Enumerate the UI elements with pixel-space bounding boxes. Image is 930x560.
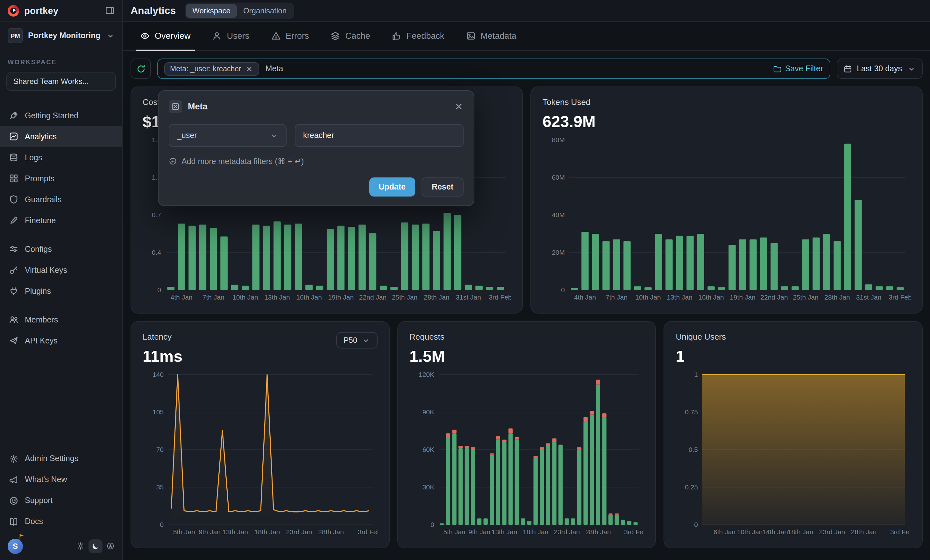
svg-text:10th Jan: 10th Jan bbox=[232, 293, 258, 301]
close-icon[interactable] bbox=[245, 64, 253, 73]
sidebar-item-label: Guardrails bbox=[25, 195, 62, 204]
light-theme-icon[interactable] bbox=[76, 542, 85, 550]
sidebar-item-getting-started[interactable]: Getting Started bbox=[0, 105, 122, 126]
svg-text:16th Jan: 16th Jan bbox=[296, 293, 322, 301]
sidebar-collapse-icon[interactable] bbox=[105, 6, 115, 15]
sidebar-item-logs[interactable]: Logs bbox=[0, 147, 122, 168]
tab-feedback[interactable]: Feedback bbox=[381, 21, 455, 50]
svg-text:13th Jan: 13th Jan bbox=[667, 293, 693, 301]
percentile-select[interactable]: P50 bbox=[336, 332, 377, 348]
tab-label: Cache bbox=[345, 31, 370, 41]
tab-cache[interactable]: Cache bbox=[320, 21, 381, 50]
chevron-down-icon bbox=[270, 131, 278, 140]
svg-text:9th Jan: 9th Jan bbox=[468, 528, 490, 535]
sidebar-item-label: Getting Started bbox=[25, 111, 79, 120]
svg-text:16th Jan: 16th Jan bbox=[698, 293, 724, 301]
avatar[interactable]: S bbox=[8, 539, 23, 554]
workspace-selector[interactable]: Shared Team Works... bbox=[6, 72, 116, 91]
main-area: Analytics Workspace Organisation Overvie… bbox=[123, 0, 930, 560]
save-filter-label: Save Filter bbox=[785, 64, 823, 73]
workspace-section-label: WORKSPACE bbox=[0, 48, 122, 71]
svg-text:25th Jan: 25th Jan bbox=[392, 293, 418, 301]
svg-text:0: 0 bbox=[160, 521, 164, 528]
tab-label: Metadata bbox=[480, 31, 516, 41]
update-button[interactable]: Update bbox=[369, 178, 415, 196]
org-selector[interactable]: PM Portkey Monitoring bbox=[0, 21, 122, 48]
meta-key-value: _user bbox=[177, 131, 197, 140]
svg-text:60K: 60K bbox=[422, 446, 434, 453]
scope-workspace[interactable]: Workspace bbox=[186, 3, 237, 17]
rocket-icon bbox=[9, 110, 18, 120]
sidebar-item-configs[interactable]: Configs bbox=[0, 238, 122, 259]
tab-overview[interactable]: Overview bbox=[129, 21, 202, 50]
sidebar-bottom-bar: S bbox=[0, 532, 122, 560]
save-filter-button[interactable]: Save Filter bbox=[773, 64, 823, 73]
svg-text:60M: 60M bbox=[552, 173, 565, 181]
svg-text:90K: 90K bbox=[422, 408, 434, 416]
auto-theme-icon[interactable] bbox=[106, 542, 115, 550]
meta-filter-chip[interactable]: Meta: _user: kreacher bbox=[164, 62, 259, 75]
dark-theme-icon[interactable] bbox=[89, 539, 103, 553]
svg-text:0.25: 0.25 bbox=[685, 483, 698, 491]
svg-text:23rd Jan: 23rd Jan bbox=[286, 528, 312, 535]
layers-icon bbox=[331, 31, 340, 41]
app-window: portkey PM Portkey Monitoring WORKSPACE … bbox=[0, 0, 930, 560]
sidebar-nav: Getting Started Analytics Logs Prompts G… bbox=[0, 105, 122, 351]
card-value: 1.5M bbox=[410, 347, 644, 366]
scope-organisation[interactable]: Organisation bbox=[237, 3, 293, 17]
close-icon[interactable] bbox=[454, 102, 463, 111]
book-icon bbox=[9, 517, 18, 526]
sidebar-item-finetune[interactable]: Finetune bbox=[0, 210, 122, 231]
sidebar-item-admin-settings[interactable]: Admin Settings bbox=[0, 448, 122, 469]
sidebar-item-label: Support bbox=[25, 496, 53, 505]
tab-metadata[interactable]: Metadata bbox=[455, 21, 527, 50]
calendar-icon bbox=[844, 64, 851, 73]
sidebar-item-analytics[interactable]: Analytics bbox=[0, 126, 122, 147]
person-icon bbox=[212, 31, 222, 41]
svg-text:13th Jan: 13th Jan bbox=[491, 528, 517, 535]
sidebar-item-guardrails[interactable]: Guardrails bbox=[0, 189, 122, 210]
sidebar-item-support[interactable]: Support bbox=[0, 490, 122, 511]
sidebar-item-members[interactable]: Members bbox=[0, 309, 122, 330]
tab-label: Users bbox=[227, 31, 249, 41]
reset-button[interactable]: Reset bbox=[422, 178, 463, 196]
svg-text:3rd Feb: 3rd Feb bbox=[890, 528, 910, 535]
svg-text:1: 1 bbox=[694, 371, 698, 378]
sidebar-header: portkey bbox=[0, 0, 122, 21]
date-range-select[interactable]: Last 30 days bbox=[836, 58, 922, 79]
refresh-button[interactable] bbox=[131, 58, 151, 79]
meta-filter-modal: Meta _user Add more metadata filters (⌘ … bbox=[158, 90, 474, 206]
shield-icon bbox=[9, 195, 18, 204]
sidebar-footer-nav: Admin Settings What's New Support Docs bbox=[0, 448, 122, 532]
meta-value-input[interactable] bbox=[295, 124, 463, 147]
analytics-icon bbox=[9, 132, 18, 141]
org-badge: PM bbox=[8, 28, 23, 43]
card-value: 1 bbox=[676, 347, 911, 366]
svg-text:0: 0 bbox=[430, 521, 434, 528]
svg-text:19th Jan: 19th Jan bbox=[328, 293, 354, 301]
filter-input-bar[interactable]: Meta: _user: kreacher Meta Save Filter bbox=[157, 58, 830, 79]
sidebar-item-label: Virtual Keys bbox=[25, 265, 67, 275]
svg-text:10th Jan: 10th Jan bbox=[635, 293, 661, 301]
tab-errors[interactable]: Errors bbox=[260, 21, 320, 50]
sidebar-item-api-keys[interactable]: API Keys bbox=[0, 330, 122, 351]
svg-text:13th Jan: 13th Jan bbox=[222, 528, 248, 535]
svg-text:22nd Jan: 22nd Jan bbox=[359, 293, 386, 301]
tab-users[interactable]: Users bbox=[202, 21, 260, 50]
meta-key-select[interactable]: _user bbox=[169, 124, 286, 147]
sidebar-item-virtual-keys[interactable]: Virtual Keys bbox=[0, 259, 122, 281]
sidebar-item-label: Docs bbox=[25, 517, 43, 526]
svg-text:0: 0 bbox=[157, 286, 161, 293]
svg-text:20M: 20M bbox=[552, 249, 565, 256]
pen-icon bbox=[9, 216, 18, 225]
sidebar-item-docs[interactable]: Docs bbox=[0, 511, 122, 532]
sidebar-item-plugins[interactable]: Plugins bbox=[0, 281, 122, 301]
add-more-filters-button[interactable]: Add more metadata filters (⌘ + ↵) bbox=[169, 156, 463, 166]
sidebar-item-prompts[interactable]: Prompts bbox=[0, 168, 122, 189]
folder-icon bbox=[773, 64, 781, 73]
svg-text:140: 140 bbox=[152, 371, 164, 378]
svg-text:3rd Feb: 3rd Feb bbox=[489, 293, 511, 301]
sidebar-item-whats-new[interactable]: What's New bbox=[0, 469, 122, 490]
svg-text:3rd Feb: 3rd Feb bbox=[358, 528, 377, 535]
flag-icon bbox=[18, 532, 26, 541]
